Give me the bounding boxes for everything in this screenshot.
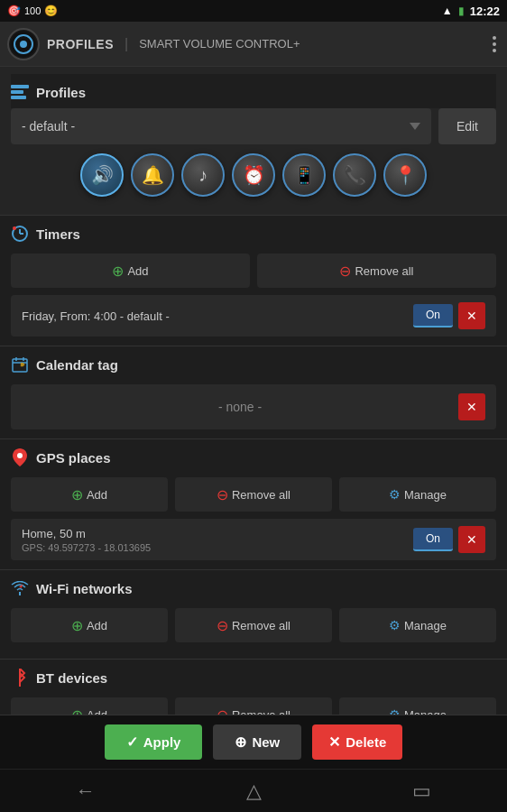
calendar-delete-button[interactable]: ✕ [458, 393, 485, 420]
timer-delete-button[interactable]: ✕ [458, 302, 485, 329]
svg-rect-0 [11, 85, 29, 88]
apply-label: Apply [143, 734, 181, 750]
svg-rect-2 [11, 96, 26, 99]
timer-item: Friday, From: 4:00 - default - On ✕ [11, 295, 496, 337]
timer-delete-icon: ✕ [466, 309, 477, 323]
bt-add-label: Add [87, 708, 107, 715]
profiles-dropdown[interactable]: - default - [11, 108, 431, 144]
profiles-tab-label[interactable]: PROFILES [47, 37, 114, 51]
music-icon: ♪ [198, 165, 207, 186]
gps-item: Home, 50 m GPS: 49.597273 - 18.013695 On… [11, 519, 496, 560]
profile-icon-phone[interactable]: 📱 [282, 153, 326, 197]
gps-item-coords: GPS: 49.597273 - 18.013695 [22, 542, 151, 553]
timers-remove-all-button[interactable]: ⊖ Remove all [257, 254, 496, 288]
wifi-remove-all-button[interactable]: ⊖ Remove all [175, 608, 332, 642]
profiles-row: - default - Edit [11, 108, 496, 144]
profile-icon-ring[interactable]: 🔔 [131, 153, 174, 197]
app-title: SMART VOLUME CONTROL+ [139, 37, 300, 51]
profile-icon-alarm[interactable]: ⏰ [232, 153, 275, 197]
wifi-remove-all-label: Remove all [232, 619, 290, 632]
bt-manage-button[interactable]: ⚙ Manage [339, 697, 496, 715]
gps-remove-all-button[interactable]: ⊖ Remove all [175, 477, 332, 512]
profile-icons-row: 🔊 🔔 ♪ ⏰ 📱 📞 📍 [11, 144, 496, 204]
timers-add-button[interactable]: ⊕ Add [11, 254, 250, 288]
calendar-none-row: - none - ✕ [11, 384, 496, 429]
wifi-manage-label: Manage [404, 619, 447, 632]
bt-remove-all-button[interactable]: ⊖ Remove all [175, 697, 332, 715]
timer-controls: On ✕ [413, 302, 485, 329]
timers-add-label: Add [127, 264, 148, 278]
app-icon-small: 🎯 [7, 5, 21, 17]
bt-manage-icon: ⚙ [389, 707, 401, 715]
edit-profile-button[interactable]: Edit [438, 108, 496, 144]
call-icon: 📞 [344, 164, 366, 186]
wifi-btn-row: ⊕ Add ⊖ Remove all ⚙ Manage [11, 608, 496, 642]
bt-title: BT devices [36, 670, 107, 686]
svg-rect-7 [13, 359, 27, 372]
timers-remove-all-label: Remove all [355, 264, 413, 278]
menu-dot-1 [493, 36, 496, 40]
svg-point-6 [13, 226, 16, 230]
action-bar: ✓ Apply ⊕ New ✕ Delete [0, 715, 507, 769]
gps-delete-button[interactable]: ✕ [458, 526, 485, 553]
apply-check-icon: ✓ [126, 734, 138, 751]
notification-icon: 😊 [44, 5, 58, 17]
back-button[interactable]: ← [58, 772, 114, 810]
phone-icon: 📱 [293, 164, 316, 186]
svg-point-11 [17, 453, 23, 458]
alarm-icon: ⏰ [243, 164, 265, 186]
volume-icon: 🔊 [91, 164, 114, 186]
profile-selected-value: - default - [22, 119, 75, 134]
profile-icon-pin[interactable]: 📍 [383, 153, 427, 197]
gps-manage-icon: ⚙ [389, 487, 401, 502]
wifi-icon [11, 579, 29, 597]
add-icon: ⊕ [112, 263, 124, 280]
wifi-add-button[interactable]: ⊕ Add [11, 608, 168, 642]
wifi-remove-icon: ⊖ [217, 617, 228, 634]
recent-button[interactable]: ▭ [394, 772, 449, 810]
bt-remove-icon: ⊖ [217, 706, 228, 715]
status-bar: 🎯 100 😊 ▲ ▮ 12:22 [0, 0, 507, 22]
gps-toggle-button[interactable]: On [413, 528, 453, 551]
bt-add-icon: ⊕ [71, 706, 83, 715]
status-time: 12:22 [470, 5, 500, 18]
logo-inner [14, 34, 33, 54]
profile-icon-volume[interactable]: 🔊 [80, 153, 124, 197]
home-button[interactable]: △ [228, 772, 280, 810]
profile-icon-music[interactable]: ♪ [181, 153, 225, 197]
timers-btn-row: ⊕ Add ⊖ Remove all [11, 254, 496, 288]
svg-rect-1 [11, 90, 23, 94]
calendar-none-text: - none - [22, 400, 458, 414]
calendar-delete-icon: ✕ [466, 400, 477, 414]
gps-add-button[interactable]: ⊕ Add [11, 477, 168, 512]
timer-toggle-button[interactable]: On [413, 304, 453, 328]
app-logo [7, 28, 40, 60]
profiles-section-header: Profiles [11, 74, 496, 108]
wifi-manage-icon: ⚙ [389, 618, 401, 632]
apply-button[interactable]: ✓ Apply [105, 724, 203, 760]
delete-button[interactable]: ✕ Delete [312, 724, 402, 760]
calendar-section-header: Calendar tag [0, 346, 507, 379]
new-circle-icon: ⊕ [235, 734, 246, 751]
top-bar: PROFILES | SMART VOLUME CONTROL+ [0, 22, 507, 67]
remove-icon: ⊖ [339, 263, 351, 280]
timer-info: Friday, From: 4:00 - default - [22, 309, 170, 323]
wifi-content: ⊕ Add ⊖ Remove all ⚙ Manage [0, 603, 507, 659]
delete-x-icon: ✕ [328, 734, 340, 751]
profiles-title: Profiles [36, 85, 86, 100]
gps-icon [11, 448, 29, 466]
bt-add-button[interactable]: ⊕ Add [11, 697, 168, 715]
gps-btn-row: ⊕ Add ⊖ Remove all ⚙ Manage [11, 477, 496, 512]
menu-dot-2 [493, 42, 496, 46]
gps-section-header: GPS places [0, 439, 507, 472]
profile-icon-call[interactable]: 📞 [333, 153, 376, 197]
overflow-menu-button[interactable] [489, 32, 500, 56]
gps-manage-button[interactable]: ⚙ Manage [339, 477, 496, 512]
bt-icon [11, 669, 29, 687]
calendar-icon [11, 355, 29, 374]
wifi-icon: ▲ [442, 5, 453, 17]
timers-title: Timers [36, 226, 80, 242]
wifi-manage-button[interactable]: ⚙ Manage [339, 608, 496, 642]
new-button[interactable]: ⊕ New [213, 724, 301, 760]
pin-icon: 📍 [394, 164, 417, 186]
